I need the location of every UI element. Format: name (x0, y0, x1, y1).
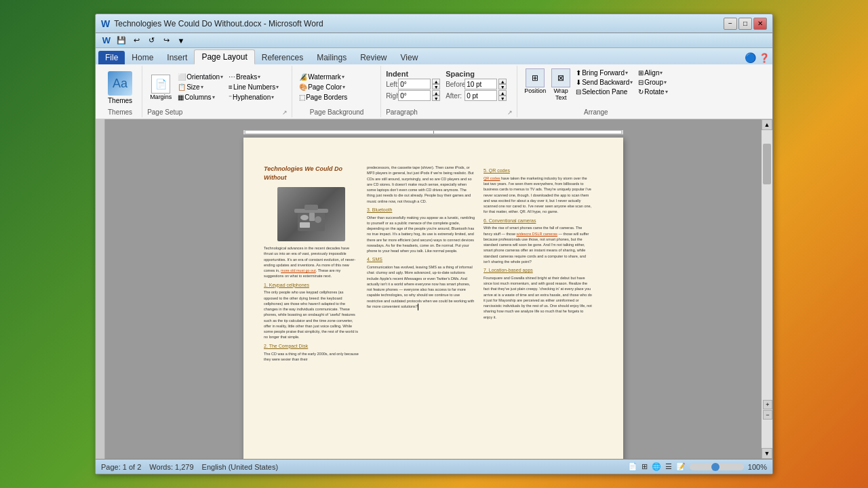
hyphenation-icon: ⁻ (229, 94, 232, 101)
top-ruler (243, 130, 623, 135)
indent-left-up-button[interactable]: ▲ (432, 79, 440, 84)
customize-quick-access-button[interactable]: ▼ (174, 35, 188, 47)
tab-review[interactable]: Review (353, 51, 393, 64)
paragraph-group-label: Paragraph (386, 107, 418, 117)
zoom-slider[interactable] (690, 464, 744, 470)
paragraph-label-row: Paragraph ↗ (386, 107, 513, 117)
view-draft-btn[interactable]: 📝 (676, 462, 686, 471)
size-button[interactable]: 📋 Size ▾ (176, 83, 225, 92)
heading-2: 2. The Compact Disk (264, 343, 359, 350)
margins-button[interactable]: 📄 Margins (147, 73, 174, 102)
page-borders-button[interactable]: ⬚ Page Borders (297, 93, 349, 102)
zoom-thumb[interactable] (711, 463, 719, 471)
tab-file[interactable]: File (98, 51, 125, 64)
spacing-before-input[interactable]: 10 pt (465, 79, 497, 89)
tab-mailings[interactable]: Mailings (310, 51, 353, 64)
bring-forward-button[interactable]: ⬆ Bring Forward ▾ (574, 68, 635, 77)
redo-button[interactable]: ↪ (159, 35, 173, 47)
orientation-icon: ⬜ (178, 73, 186, 81)
spacing-before-up-button[interactable]: ▲ (498, 79, 507, 84)
tab-view[interactable]: View (394, 51, 425, 64)
indent-right-input[interactable]: 0° (398, 90, 431, 101)
indent-right-down-button[interactable]: ▼ (432, 96, 440, 101)
page-bg-btns: 🔏 Watermark ▾ 🎨 Page Color ▾ ⬚ Page Bord… (297, 73, 349, 102)
rotate-button[interactable]: ↻ Rotate ▾ (636, 87, 669, 96)
office-button[interactable]: 🔵 (745, 52, 756, 63)
spacing-after-down-button[interactable]: ▼ (498, 96, 507, 101)
zoom-in-button[interactable]: + (763, 400, 772, 409)
heading-1: 1. Keypad cellphones (264, 282, 359, 289)
heading-4: 4. SMS (367, 256, 475, 263)
indent-right-label: Right: (386, 92, 397, 100)
zoom-out-button[interactable]: − (763, 410, 772, 420)
spacing-after-up-button[interactable]: ▲ (498, 90, 507, 96)
position-button[interactable]: ⊞ Position (522, 67, 548, 96)
wrap-text-label: Wrap (553, 87, 568, 94)
spacing-before-spinner: ▲ ▼ (498, 79, 507, 89)
spacing-after-input[interactable]: 0 pt (465, 90, 497, 101)
watermark-button[interactable]: 🔏 Watermark ▾ (297, 73, 349, 81)
text-6: With the rise of smart phones came the f… (484, 225, 592, 264)
spacing-before-down-button[interactable]: ▼ (498, 84, 507, 89)
size-icon: 📋 (178, 83, 186, 91)
text-2: The CD was a thing of the early 2000s, a… (264, 351, 359, 363)
indent-left-down-button[interactable]: ▼ (432, 84, 440, 89)
position-label: Position (524, 87, 546, 94)
page-setup-expand-icon[interactable]: ↗ (282, 109, 288, 116)
themes-button[interactable]: Aa Themes (104, 68, 136, 107)
heading-7: 7. Location-based apps (484, 267, 592, 274)
restore-button[interactable]: □ (738, 18, 752, 30)
close-button[interactable]: ✕ (753, 18, 767, 30)
columns-button[interactable]: ▦ Columns ▾ (176, 93, 225, 102)
group-button[interactable]: ⊟ Group ▾ (636, 78, 669, 87)
minimize-button[interactable]: − (724, 18, 737, 30)
rotate-icon: ↻ (638, 88, 644, 96)
breaks-button[interactable]: ⋯ Breaks ▾ (226, 73, 281, 81)
view-fullscreen-btn[interactable]: ⊞ (642, 462, 648, 471)
zoom-buttons-right: + − (763, 400, 772, 420)
align-button[interactable]: ⊞ Align ▾ (636, 68, 669, 77)
tab-page-layout[interactable]: Page Layout (194, 49, 254, 64)
orientation-button[interactable]: ⬜ Orientation ▾ (176, 73, 225, 81)
tab-home[interactable]: Home (125, 51, 160, 64)
indent-left-value: 0° (400, 81, 407, 88)
view-web-btn[interactable]: 🌐 (652, 462, 661, 471)
scroll-thumb[interactable] (763, 144, 771, 184)
paragraph-expand-icon[interactable]: ↗ (507, 109, 513, 116)
ribbon: File Home Insert Page Layout References … (96, 48, 772, 119)
document-area[interactable]: Technologies We Could Do Without (105, 119, 762, 459)
line-numbers-button[interactable]: ≡ Line Numbers ▾ (226, 83, 281, 92)
indent-left-input[interactable]: 0° (398, 79, 431, 89)
columns-label: Columns (184, 94, 211, 101)
scroll-up-button[interactable]: ▲ (762, 119, 772, 130)
hyphenation-arrow-icon: ▾ (271, 94, 274, 100)
ribbon-content-page-layout: Aa Themes Themes 📄 Margins ⬜ (96, 64, 772, 119)
wrap-text-button[interactable]: ⊠ Wrap Text (549, 67, 572, 102)
help-button[interactable]: ❓ (759, 53, 770, 63)
tab-references[interactable]: References (255, 51, 310, 64)
breaks-arrow-icon: ▾ (258, 74, 260, 80)
hyphenation-button[interactable]: ⁻ Hyphenation ▾ (226, 93, 281, 102)
spacing-before-label: Before: (446, 81, 463, 88)
word-logo-icon: W (101, 18, 110, 29)
view-print-btn[interactable]: 📄 (628, 462, 637, 471)
selection-pane-label: Selection Pane (582, 88, 627, 96)
spacing-before-value: 10 pt (467, 81, 481, 88)
indent-right-up-button[interactable]: ▲ (432, 90, 440, 96)
document-page[interactable]: Technologies We Could Do Without (243, 138, 623, 459)
page-color-button[interactable]: 🎨 Page Color ▾ (297, 83, 349, 92)
selection-pane-button[interactable]: ⊟ Selection Pane (574, 87, 635, 96)
watermark-icon: 🔏 (299, 73, 307, 81)
intro-text: Technological advances in the recent dec… (264, 245, 359, 279)
view-outline-btn[interactable]: ☰ (665, 462, 672, 471)
tab-insert[interactable]: Insert (160, 51, 194, 64)
undo-button[interactable]: ↩ (130, 35, 143, 47)
save-button[interactable]: 💾 (115, 35, 128, 47)
page-setup-group-content: 📄 Margins ⬜ Orientation ▾ 📋 Size ▾ (147, 67, 288, 107)
send-backward-button[interactable]: ⬇ Send Backward ▾ (574, 78, 635, 87)
scroll-down-button[interactable]: ▼ (762, 448, 772, 459)
align-icon: ⊞ (638, 69, 644, 77)
page-background-group: 🔏 Watermark ▾ 🎨 Page Color ▾ ⬚ Page Bord… (293, 66, 381, 117)
heading-6: 6. Conventional cameras (484, 218, 592, 224)
orientation-label: Orientation (186, 73, 220, 81)
